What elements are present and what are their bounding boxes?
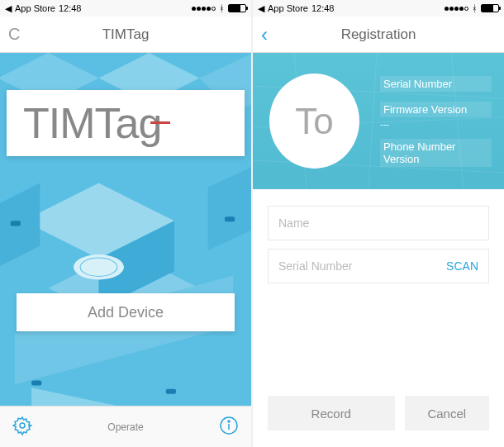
right-screen: ◀ App Store 12:48 ᚼ ‹ Registration: [253, 0, 504, 447]
status-bar: ◀ App Store 12:48 ᚼ: [253, 0, 504, 17]
nav-bar: C TIMTag: [0, 17, 251, 53]
back-button[interactable]: ‹: [261, 23, 268, 46]
app-banner: TIMTag: [7, 90, 245, 156]
serial-input[interactable]: [278, 259, 438, 273]
banner-accent-line: [150, 121, 170, 124]
battery-icon: [228, 4, 246, 12]
firmware-value: ---: [380, 119, 492, 129]
bluetooth-icon: ᚼ: [472, 3, 478, 13]
settings-icon[interactable]: [12, 416, 32, 439]
status-time: 12:48: [311, 3, 335, 13]
nav-bar: ‹ Registration: [253, 17, 504, 53]
serial-input-row: SCAN: [268, 249, 489, 283]
avatar[interactable]: To: [269, 74, 359, 169]
add-device-button[interactable]: Add Device: [17, 293, 235, 331]
refresh-icon[interactable]: C: [8, 25, 20, 44]
svg-rect-14: [225, 216, 235, 221]
device-info-list: Serial Number Firmware Version --- Phone…: [380, 76, 492, 167]
record-button[interactable]: Record: [268, 396, 395, 430]
svg-rect-16: [166, 389, 176, 394]
back-arrow-icon[interactable]: ◀: [258, 3, 264, 14]
name-input[interactable]: [278, 216, 478, 230]
main-content: TIMTag Add Device: [0, 53, 251, 406]
action-buttons: Record Cancel: [268, 396, 489, 430]
back-arrow-icon[interactable]: ◀: [5, 3, 12, 14]
svg-point-20: [228, 421, 230, 422]
status-app-link[interactable]: App Store: [268, 3, 308, 13]
svg-rect-15: [31, 381, 41, 386]
info-icon[interactable]: [219, 416, 239, 439]
operate-label[interactable]: Operate: [107, 421, 143, 433]
bottom-bar: Operate: [0, 406, 251, 447]
serial-label: Serial Number: [380, 76, 492, 92]
svg-rect-13: [11, 221, 21, 226]
nav-title: TIMTag: [102, 26, 150, 43]
device-header: To Serial Number Firmware Version --- Ph…: [253, 53, 504, 189]
status-time: 12:48: [59, 3, 82, 13]
name-input-row: [268, 206, 489, 240]
scan-button[interactable]: SCAN: [438, 259, 478, 273]
bluetooth-icon: ᚼ: [219, 3, 225, 13]
avatar-text: To: [295, 101, 333, 142]
left-screen: ◀ App Store 12:48 ᚼ C TIMTag: [0, 0, 251, 447]
cancel-button[interactable]: Cancel: [405, 396, 489, 430]
status-app-link[interactable]: App Store: [15, 3, 55, 13]
signal-icon: [192, 7, 216, 11]
battery-icon: [481, 4, 499, 12]
nav-title: Registration: [341, 26, 416, 43]
form: SCAN: [253, 189, 504, 308]
signal-icon: [445, 7, 468, 11]
banner-title: TIMTag: [23, 98, 161, 148]
phone-version-label: Phone Number Version: [380, 139, 492, 167]
main-content: To Serial Number Firmware Version --- Ph…: [253, 53, 504, 447]
status-bar: ◀ App Store 12:48 ᚼ: [0, 0, 251, 17]
firmware-label: Firmware Version: [380, 102, 492, 117]
svg-point-17: [20, 423, 25, 428]
